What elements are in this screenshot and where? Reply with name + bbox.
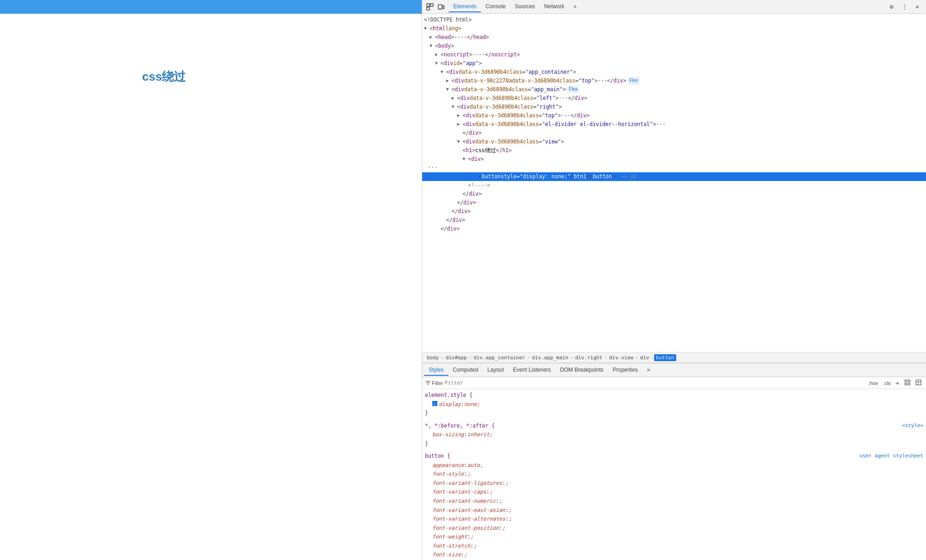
filter-label: Filter bbox=[432, 380, 443, 386]
css-prop-line: box-sizing: inherit; bbox=[425, 430, 923, 439]
tree-line: </div> bbox=[422, 225, 926, 233]
grid-icon[interactable] bbox=[903, 379, 912, 387]
breadcrumb-div[interactable]: div bbox=[638, 354, 651, 361]
breadcrumb-div-view[interactable]: div.view bbox=[607, 354, 635, 361]
css-selector: *, *:before, *:after { bbox=[425, 423, 495, 429]
html-tree: <!DOCTYPE html> ▼<html lang> ▶<head>····… bbox=[422, 14, 926, 352]
tab-console[interactable]: Console bbox=[481, 1, 510, 12]
style-tabs: Styles Computed Layout Event Listeners D… bbox=[422, 363, 926, 377]
css-checkbox[interactable] bbox=[432, 401, 437, 406]
css-value: none; bbox=[464, 400, 480, 409]
style-tab-more[interactable]: » bbox=[642, 365, 655, 376]
tab-elements[interactable]: Elements bbox=[449, 1, 481, 12]
styles-content: element.style { display: none; } *, *:be… bbox=[422, 389, 926, 560]
css-selector-button: button { bbox=[425, 452, 450, 461]
breadcrumb-div-app-main[interactable]: div.app_main bbox=[530, 354, 570, 361]
breadcrumb-bar: body › div#app › div.app_container › div… bbox=[422, 352, 926, 363]
tree-line: </div> bbox=[422, 207, 926, 216]
css-rule-button: button { user agent stylesheet appearanc… bbox=[425, 452, 923, 560]
tree-line: <!----> bbox=[422, 181, 926, 190]
breadcrumb-body[interactable]: body bbox=[425, 354, 441, 361]
inspect-icon[interactable] bbox=[425, 2, 435, 12]
css-prop-font-size: font-size: ; bbox=[425, 550, 923, 560]
tree-line: </div> bbox=[422, 190, 926, 198]
device-icon[interactable] bbox=[436, 2, 446, 12]
style-tab-event-listeners[interactable]: Event Listeners bbox=[508, 365, 556, 376]
breadcrumb-div-right[interactable]: div.right bbox=[573, 354, 604, 361]
style-tab-styles[interactable]: Styles bbox=[424, 365, 448, 376]
breadcrumb-button[interactable]: button bbox=[654, 354, 676, 361]
cls-button[interactable]: .cls bbox=[881, 380, 893, 386]
css-prop-line: display: none; bbox=[425, 400, 923, 409]
tree-line: ▼<body> bbox=[422, 42, 926, 50]
devtools-tabs: Elements Console Sources Network » bbox=[449, 1, 887, 12]
tree-line: ▶<div data-v-3d6890b4 class="el-divider … bbox=[422, 120, 926, 129]
breadcrumb-div-app-container[interactable]: div.app_container bbox=[472, 354, 527, 361]
devtools-panel: Elements Console Sources Network » ⚙ ⋮ ✕… bbox=[422, 0, 926, 560]
filter-input[interactable] bbox=[445, 380, 865, 386]
filter-icon: Filter bbox=[425, 380, 443, 386]
ellipsis-btn[interactable]: ··· bbox=[426, 163, 440, 172]
css-source-user-agent: user agent stylesheet bbox=[860, 452, 923, 461]
css-prop-font-variant-caps: font-variant-caps: ; bbox=[425, 488, 923, 497]
css-prop-font-variant-numeric: font-variant-numeric: ; bbox=[425, 497, 923, 506]
devtools-right-icons: ⚙ ⋮ ✕ bbox=[887, 2, 923, 12]
svg-rect-1 bbox=[430, 4, 433, 6]
css-rule-universal: *, *:before, *:after { <style> box-sizin… bbox=[425, 422, 923, 449]
page-content: css绕过 bbox=[0, 14, 422, 560]
tree-line: ▶<div data-v-3d6890b4 class="top">···</d… bbox=[422, 111, 926, 120]
tree-line: <!DOCTYPE html> bbox=[422, 16, 926, 24]
filter-right-btns: :hov .cls + bbox=[867, 379, 923, 387]
css-prop-font-style: font-style: ; bbox=[425, 470, 923, 479]
svg-rect-4 bbox=[443, 5, 444, 9]
css-prop-appearance: appearance: auto, bbox=[425, 461, 923, 470]
selected-tree-line[interactable]: <button style="display: none;">btn1</but… bbox=[422, 172, 926, 181]
svg-rect-10 bbox=[908, 380, 910, 382]
page-title: css绕过 bbox=[142, 69, 186, 85]
close-icon[interactable]: ✕ bbox=[912, 2, 922, 12]
tab-network[interactable]: Network bbox=[540, 1, 569, 12]
add-rule-button[interactable]: + bbox=[894, 379, 901, 387]
css-source-link[interactable]: <style> bbox=[902, 422, 923, 430]
tab-sources[interactable]: Sources bbox=[510, 1, 540, 12]
css-prop-font-variant-ligatures: font-variant-ligatures: ; bbox=[425, 479, 923, 488]
svg-rect-2 bbox=[427, 7, 430, 10]
css-prop-font-stretch: font-stretch: ; bbox=[425, 542, 923, 551]
tree-line: ▼<div data-v-3d6890b4 class="right"> bbox=[422, 103, 926, 111]
layout-icon[interactable] bbox=[914, 379, 923, 387]
page-top-bar bbox=[0, 0, 422, 14]
css-prop-font-variant-east-asian: font-variant-east-asian: ; bbox=[425, 506, 923, 515]
tree-line: ▶<noscript>····</noscript> bbox=[422, 50, 926, 59]
tree-line: <h1>css绕过</h1> bbox=[422, 146, 926, 155]
breadcrumb-div-app[interactable]: div#app bbox=[444, 354, 469, 361]
tree-ellipsis: ··· bbox=[422, 163, 926, 172]
style-tab-properties[interactable]: Properties bbox=[608, 365, 643, 376]
filter-bar: Filter :hov .cls + bbox=[422, 377, 926, 389]
style-tab-computed[interactable]: Computed bbox=[448, 365, 483, 376]
css-selector: element.style bbox=[425, 392, 466, 398]
tree-line: ▼<div data-v-3d6890b4 class="view"> bbox=[422, 137, 926, 146]
css-value: inherit; bbox=[467, 430, 492, 439]
style-tab-dom-breakpoints[interactable]: DOM Breakpoints bbox=[556, 365, 608, 376]
svg-rect-11 bbox=[905, 383, 907, 385]
svg-rect-9 bbox=[905, 380, 907, 382]
hov-button[interactable]: :hov bbox=[867, 380, 880, 386]
css-prop-font-weight: font-weight: ; bbox=[425, 533, 923, 542]
svg-rect-12 bbox=[908, 383, 910, 385]
tree-line: </div> bbox=[422, 216, 926, 225]
tree-line: ▼<html lang> bbox=[422, 24, 926, 33]
tab-more[interactable]: » bbox=[569, 1, 581, 12]
tree-line: ▶<div data-v-98c2270a data-v-3d6890b4 cl… bbox=[422, 77, 926, 85]
devtools-toolbar: Elements Console Sources Network » ⚙ ⋮ ✕ bbox=[422, 0, 926, 14]
styles-panel: Styles Computed Layout Event Listeners D… bbox=[422, 363, 926, 560]
css-rule-element-style: element.style { display: none; } bbox=[425, 391, 923, 418]
tree-line: ▼<div data-v-3d6890b4 class="app_main"> … bbox=[422, 85, 926, 94]
tree-line: ▼<div> bbox=[422, 155, 926, 164]
settings-icon[interactable]: ⚙ bbox=[887, 2, 897, 12]
css-prop-font-variant-position: font-variant-position: ; bbox=[425, 524, 923, 533]
tree-line: ▼<div id="app"> bbox=[422, 59, 926, 68]
style-tab-layout[interactable]: Layout bbox=[483, 365, 508, 376]
tree-line: </div> bbox=[422, 129, 926, 137]
more-icon[interactable]: ⋮ bbox=[899, 2, 909, 12]
main-page: css绕过 bbox=[0, 0, 422, 560]
